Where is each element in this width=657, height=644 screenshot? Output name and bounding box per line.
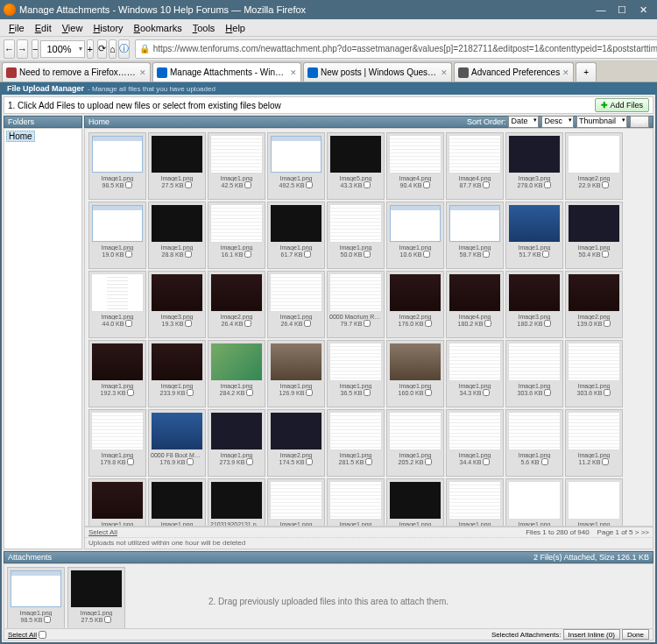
- select-all-checkbox[interactable]: [39, 631, 46, 639]
- select-all-bottom[interactable]: Select All: [8, 631, 37, 639]
- file-thumb[interactable]: Image1.png126.9 KB: [267, 340, 325, 407]
- sort-dir-select[interactable]: Desc: [541, 116, 574, 128]
- thumb-checkbox[interactable]: [483, 389, 490, 396]
- file-thumb[interactable]: Image1.png5.7 KB: [327, 478, 385, 527]
- file-thumb[interactable]: Image1.png98.5 KB: [7, 567, 65, 634]
- file-thumb[interactable]: Image5.png43.3 KB: [327, 132, 385, 200]
- file-thumb[interactable]: Image3.png19.3 KB: [148, 271, 206, 338]
- thumb-checkbox[interactable]: [125, 320, 132, 327]
- file-thumb[interactable]: Image1.png25.3 KB: [267, 478, 325, 527]
- menu-history[interactable]: History: [88, 21, 128, 35]
- file-thumb[interactable]: Image1.png475.6 KB: [505, 478, 563, 527]
- thumb-checkbox[interactable]: [306, 389, 313, 396]
- thumb-checkbox[interactable]: [484, 320, 491, 327]
- insert-inline-button[interactable]: Insert Inline (0): [563, 629, 620, 640]
- file-thumb[interactable]: Image1.png185.5 KB: [446, 478, 504, 527]
- thumb-checkbox[interactable]: [602, 458, 609, 465]
- thumb-checkbox[interactable]: [544, 181, 551, 188]
- file-thumb[interactable]: Image2.png176.0 KB: [386, 271, 444, 338]
- file-thumb[interactable]: Image1.png492.5 KB: [267, 132, 325, 200]
- file-thumb[interactable]: Image1.png192.3 KB: [88, 340, 146, 407]
- tab-0[interactable]: Need to remove a Firefox…"imp✕: [2, 62, 151, 81]
- file-thumb[interactable]: Image1.png28.8 KB: [148, 202, 206, 269]
- thumb-checkbox[interactable]: [244, 181, 251, 188]
- thumb-checkbox[interactable]: [604, 320, 611, 327]
- thumb-checkbox[interactable]: [364, 389, 371, 396]
- thumb-checkbox[interactable]: [483, 181, 490, 188]
- thumb-checkbox[interactable]: [306, 458, 313, 465]
- thumb-checkbox[interactable]: [246, 458, 253, 465]
- zoom-level[interactable]: 100%: [40, 40, 84, 58]
- next-page[interactable]: >: [635, 528, 639, 536]
- close-icon[interactable]: ✕: [441, 68, 448, 77]
- file-thumb[interactable]: Image2.png22.9 KB: [565, 132, 623, 200]
- file-thumb[interactable]: Image1.png50.0 KB: [327, 202, 385, 269]
- add-files-button[interactable]: ✚ Add Files: [595, 98, 649, 112]
- zoom-in-button[interactable]: +: [87, 39, 94, 59]
- file-thumb[interactable]: Image1.png159.0 KB: [565, 478, 623, 527]
- file-thumb[interactable]: Image4.png180.2 KB: [446, 271, 504, 338]
- thumb-checkbox[interactable]: [187, 458, 194, 465]
- file-thumb[interactable]: Image1.png303.6 KB: [505, 340, 563, 407]
- file-thumb[interactable]: Image1.png389.0 KB: [148, 478, 206, 527]
- close-icon[interactable]: ✕: [139, 68, 146, 77]
- file-thumb[interactable]: Image1.png273.9 KB: [208, 409, 265, 477]
- file-thumb[interactable]: 0000 Macrium Resc79.7 KB: [327, 271, 385, 338]
- thumb-checkbox[interactable]: [187, 389, 194, 396]
- file-thumb[interactable]: Image1.png160.0 KB: [386, 340, 444, 407]
- sort-field-select[interactable]: Date: [508, 116, 539, 128]
- thumb-checkbox[interactable]: [304, 251, 311, 258]
- minimize-button[interactable]: —: [590, 2, 611, 18]
- file-thumb[interactable]: Image1.png11.2 KB: [565, 409, 623, 477]
- thumb-checkbox[interactable]: [127, 458, 134, 465]
- folder-home[interactable]: Home: [6, 131, 35, 142]
- thumb-checkbox[interactable]: [185, 251, 192, 258]
- select-all-link[interactable]: Select All: [88, 528, 117, 536]
- tab-1[interactable]: Manage Attachments - Windows✕: [152, 62, 301, 81]
- thumb-checkbox[interactable]: [425, 389, 432, 396]
- thumb-checkbox[interactable]: [44, 616, 51, 623]
- file-thumb[interactable]: 210319202131.png340.4 KB: [208, 478, 265, 527]
- zoom-out-button[interactable]: −: [32, 39, 39, 59]
- thumb-checkbox[interactable]: [304, 320, 311, 327]
- file-thumb[interactable]: Image1.png16.1 KB: [208, 202, 265, 269]
- thumb-checkbox[interactable]: [602, 251, 609, 258]
- thumb-checkbox[interactable]: [104, 616, 111, 623]
- thumb-checkbox[interactable]: [541, 458, 548, 465]
- menu-help[interactable]: Help: [220, 21, 251, 35]
- back-button[interactable]: ←: [4, 39, 15, 59]
- file-thumb[interactable]: Image1.png205.2 KB: [386, 409, 444, 477]
- thumb-checkbox[interactable]: [125, 181, 132, 188]
- thumb-checkbox[interactable]: [364, 181, 371, 188]
- file-thumb[interactable]: Image1.png303.6 KB: [565, 340, 623, 407]
- file-thumb[interactable]: Image1.png10.6 KB: [386, 202, 444, 269]
- file-thumb[interactable]: Image1.png58.7 KB: [446, 202, 504, 269]
- thumb-checkbox[interactable]: [244, 320, 251, 327]
- view-select[interactable]: Thumbnail: [576, 116, 627, 128]
- reload-button[interactable]: ⟳: [97, 39, 107, 59]
- info-button[interactable]: ⓘ: [118, 39, 130, 59]
- thumb-checkbox[interactable]: [246, 389, 253, 396]
- thumb-checkbox[interactable]: [425, 320, 432, 327]
- file-thumb[interactable]: Image1.png19.0 KB: [88, 202, 146, 269]
- thumb-checkbox[interactable]: [542, 251, 549, 258]
- file-thumb[interactable]: Image1.png233.9 KB: [148, 340, 206, 407]
- menu-bookmarks[interactable]: Bookmarks: [129, 21, 187, 35]
- thumb-checkbox[interactable]: [364, 251, 371, 258]
- home-button[interactable]: ⌂: [109, 39, 117, 59]
- attachments-dropzone[interactable]: 2. Drag previously uploaded files into t…: [4, 563, 653, 638]
- url-bar[interactable]: 🔒 https://www.tenforums.com/newattachmen…: [135, 39, 657, 59]
- file-thumb[interactable]: Image3.png278.0 KB: [505, 132, 563, 200]
- thumb-checkbox[interactable]: [127, 389, 134, 396]
- thumb-checkbox[interactable]: [125, 251, 132, 258]
- file-thumb[interactable]: Image2.png174.5 KB: [267, 409, 325, 477]
- thumb-checkbox[interactable]: [365, 458, 372, 465]
- file-thumb[interactable]: Image1.png281.5 KB: [327, 409, 385, 477]
- file-thumb[interactable]: Image1.png36.5 KB: [327, 340, 385, 407]
- file-thumb[interactable]: Image1.png179.8 KB: [88, 409, 146, 477]
- file-thumb[interactable]: Image1.png27.5 KB: [67, 567, 125, 634]
- file-thumb[interactable]: Image2.png139.0 KB: [565, 271, 623, 338]
- done-button[interactable]: Done: [622, 629, 649, 640]
- menu-file[interactable]: File: [4, 21, 30, 35]
- file-thumb[interactable]: Image1.png50.4 KB: [565, 202, 623, 269]
